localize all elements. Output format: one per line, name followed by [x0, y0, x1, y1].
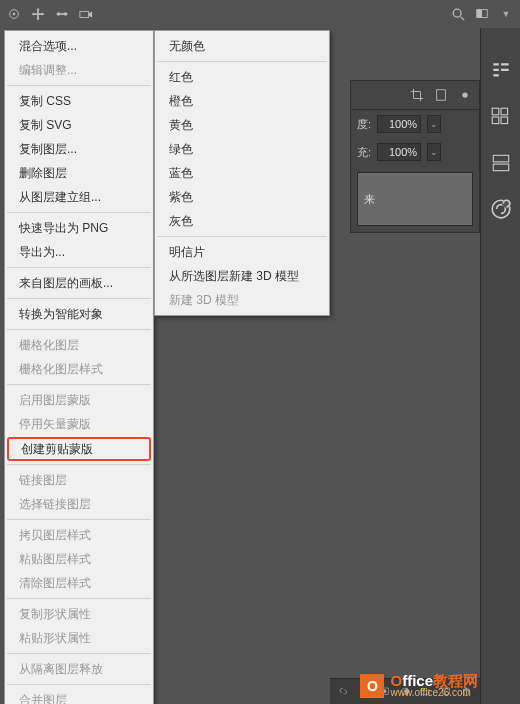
menu-separator	[7, 464, 151, 465]
svg-point-19	[462, 92, 467, 97]
menu-item: 选择链接图层	[5, 492, 153, 516]
menu-item: 停用矢量蒙版	[5, 412, 153, 436]
submenu-item: 新建 3D 模型	[155, 288, 329, 312]
right-dock	[480, 28, 520, 704]
submenu-item[interactable]: 明信片	[155, 240, 329, 264]
submenu-item[interactable]: 黄色	[155, 113, 329, 137]
link-icon[interactable]	[338, 684, 349, 700]
menu-item: 编辑调整...	[5, 58, 153, 82]
menu-item[interactable]: 来自图层的画板...	[5, 271, 153, 295]
menu-item[interactable]: 复制图层...	[5, 137, 153, 161]
opacity-row: 度: ⌄	[351, 110, 479, 138]
opacity-dropdown[interactable]: ⌄	[427, 115, 441, 133]
svg-point-1	[13, 13, 16, 16]
libraries-panel-icon[interactable]	[490, 152, 512, 174]
paragraph-panel-icon[interactable]	[490, 60, 512, 82]
menu-item: 链接图层	[5, 468, 153, 492]
menu-item: 复制形状属性	[5, 602, 153, 626]
svg-rect-18	[437, 90, 446, 101]
svg-line-7	[461, 17, 465, 21]
menu-item[interactable]: 删除图层	[5, 161, 153, 185]
move-icon[interactable]	[30, 6, 46, 22]
menu-separator	[7, 519, 151, 520]
submenu-item[interactable]: 橙色	[155, 89, 329, 113]
page-icon[interactable]	[433, 87, 449, 103]
watermark-badge: O	[360, 674, 384, 698]
svg-rect-12	[492, 117, 499, 124]
screen-mode-icon[interactable]	[474, 6, 490, 22]
menu-item: 清除图层样式	[5, 571, 153, 595]
opacity-input[interactable]	[377, 115, 421, 133]
menu-separator	[7, 384, 151, 385]
layers-panel-partial: 度: ⌄ 充: ⌄ 来	[350, 80, 480, 233]
panel-tools-row	[351, 81, 479, 110]
menu-separator	[7, 653, 151, 654]
menu-separator	[7, 212, 151, 213]
submenu-item[interactable]: 灰色	[155, 209, 329, 233]
crop-icon[interactable]	[409, 87, 425, 103]
submenu-item[interactable]: 无颜色	[155, 34, 329, 58]
layer-thumbnail[interactable]: 来	[357, 172, 473, 226]
dot-icon[interactable]	[457, 87, 473, 103]
menu-item: 合并图层	[5, 688, 153, 704]
menu-item: 启用图层蒙版	[5, 388, 153, 412]
menu-item: 栅格化图层	[5, 333, 153, 357]
swatches-panel-icon[interactable]	[490, 106, 512, 128]
menu-item: 栅格化图层样式	[5, 357, 153, 381]
handle-icon[interactable]	[54, 6, 70, 22]
menu-item[interactable]: 创建剪贴蒙版	[7, 437, 151, 461]
menu-item[interactable]: 复制 CSS	[5, 89, 153, 113]
submenu-item[interactable]: 绿色	[155, 137, 329, 161]
camera-icon[interactable]	[78, 6, 94, 22]
right-tool-icons: ▼	[450, 6, 514, 22]
svg-rect-10	[492, 108, 499, 115]
svg-rect-9	[477, 10, 482, 18]
menu-item: 从隔离图层释放	[5, 657, 153, 681]
svg-point-4	[64, 12, 68, 16]
menu-item[interactable]: 复制 SVG	[5, 113, 153, 137]
submenu-item[interactable]: 红色	[155, 65, 329, 89]
watermark-text: Office教程网 www.office26.com	[390, 673, 478, 698]
target-icon[interactable]	[6, 6, 22, 22]
watermark: O Office教程网 www.office26.com	[360, 673, 478, 698]
menu-item: 粘贴形状属性	[5, 626, 153, 650]
svg-rect-11	[501, 108, 508, 115]
menu-separator	[7, 85, 151, 86]
submenu-separator	[157, 61, 327, 62]
submenu-separator	[157, 236, 327, 237]
opacity-label: 度:	[357, 117, 371, 132]
menu-separator	[7, 684, 151, 685]
fill-label: 充:	[357, 145, 371, 160]
menu-separator	[7, 329, 151, 330]
menu-item[interactable]: 从图层建立组...	[5, 185, 153, 209]
menu-separator	[7, 598, 151, 599]
chevron-down-icon[interactable]: ▼	[498, 6, 514, 22]
menu-item[interactable]: 混合选项...	[5, 34, 153, 58]
left-tool-icons	[6, 6, 94, 22]
layer-partial-text: 来	[364, 192, 375, 207]
cc-icon[interactable]	[490, 198, 512, 220]
svg-point-6	[453, 9, 461, 17]
menu-separator	[7, 267, 151, 268]
menu-item[interactable]: 快速导出为 PNG	[5, 216, 153, 240]
svg-rect-5	[80, 11, 89, 17]
submenu-item[interactable]: 蓝色	[155, 161, 329, 185]
fill-dropdown[interactable]: ⌄	[427, 143, 441, 161]
svg-rect-14	[493, 155, 508, 162]
watermark-url: www.office26.com	[390, 688, 478, 698]
submenu-item[interactable]: 从所选图层新建 3D 模型	[155, 264, 329, 288]
search-icon[interactable]	[450, 6, 466, 22]
fill-input[interactable]	[377, 143, 421, 161]
layer-context-menu: 混合选项...编辑调整...复制 CSS复制 SVG复制图层...删除图层从图层…	[4, 30, 154, 704]
menu-item[interactable]: 转换为智能对象	[5, 302, 153, 326]
svg-point-3	[57, 12, 61, 16]
menu-item: 拷贝图层样式	[5, 523, 153, 547]
color-submenu: 无颜色红色橙色黄色绿色蓝色紫色灰色明信片从所选图层新建 3D 模型新建 3D 模…	[154, 30, 330, 316]
menu-item[interactable]: 导出为...	[5, 240, 153, 264]
menu-separator	[7, 298, 151, 299]
submenu-item[interactable]: 紫色	[155, 185, 329, 209]
fill-row: 充: ⌄	[351, 138, 479, 166]
top-toolbar: ▼	[0, 0, 520, 28]
menu-item: 粘贴图层样式	[5, 547, 153, 571]
svg-rect-15	[493, 164, 508, 171]
